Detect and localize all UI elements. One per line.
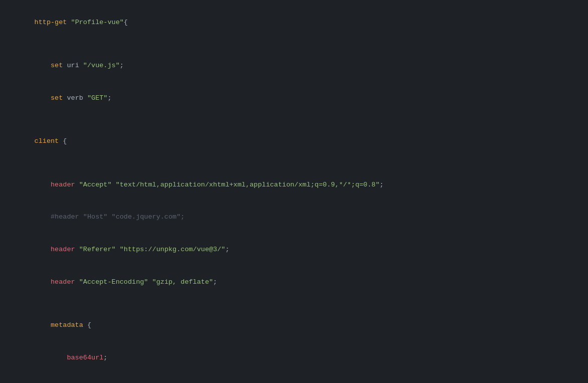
code-line-blank-1 [0,39,588,50]
code-line-1: http-get "Profile-vue"{ [0,6,588,39]
code-line-header-host-commented: #header "Host" "code.jquery.com"; [0,201,588,234]
code-line-blank-4 [0,298,588,309]
code-line-header-accept-encoding: header "Accept-Encoding" "gzip, deflate"… [0,266,588,298]
code-line-metadata-open: metadata { [0,309,588,342]
code-line-prepend-cfduid: prepend "__cfduid="; [0,374,588,383]
code-line-set-verb: set verb "GET"; [0,82,588,114]
code-line-base64url-1: base64url; [0,341,588,374]
code-line-blank-2 [0,114,588,125]
code-line-blank-3 [0,157,588,168]
code-line-client-open: client { [0,125,588,158]
code-line-header-referer: header "Referer" "https://unpkg.com/vue@… [0,233,588,266]
code-line-header-accept: header "Accept" "text/html,application/x… [0,168,588,201]
code-line-set-uri: set uri "/vue.js"; [0,49,588,82]
keyword-http-get: http-get [35,19,67,26]
code-editor: http-get "Profile-vue"{ set uri "/vue.js… [0,0,588,383]
